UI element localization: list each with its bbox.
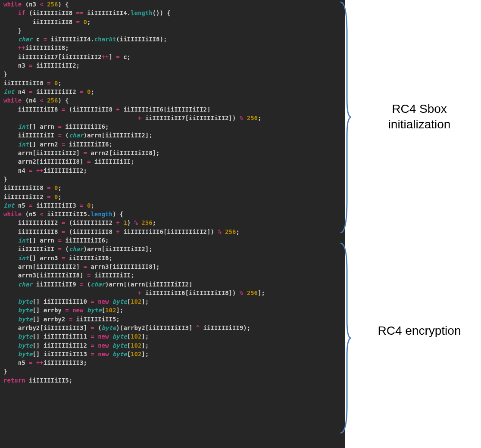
- code-token-id: [3, 333, 18, 340]
- code-token-id: iiIIIIIiII: [3, 132, 58, 139]
- code-line: int[] arrn2 = iiIIIIIiII6;: [3, 140, 340, 149]
- code-line: iiIIIIIiII7[iiIIIIIiII2++] = c;: [3, 53, 340, 61]
- code-token-type: byte: [102, 324, 116, 331]
- code-token-kw: while: [3, 1, 22, 8]
- code-token-id: [109, 333, 112, 340]
- code-token-id: iiIIIIIiII7[iiIIIIIiII2]): [141, 115, 240, 121]
- code-token-id: iiIIIIIiII8: [3, 19, 76, 25]
- code-line: iiIIIIIiII2 = (iiIIIIIiII2 + 1) % 256;: [3, 218, 340, 227]
- code-line: iiIIIIIiII = (char)arrn[iiIIIIIiII2];: [3, 245, 340, 253]
- code-token-id: iiIIIIIiII5.: [44, 211, 91, 218]
- code-token-num: 102: [131, 333, 141, 340]
- code-token-type: byte: [18, 342, 33, 349]
- code-token-num: 256: [225, 228, 236, 235]
- code-line: iiIIIIIiII8 = (iiIIIIIiII8 + iiIIIIIiII6…: [3, 227, 340, 236]
- code-token-id: iiIIIIIiII8;: [25, 44, 69, 51]
- code-token-id: [3, 9, 18, 16]
- code-line: byte[] iiIIIIIiII13 = new byte[102];: [3, 350, 340, 358]
- code-token-id: arrn2[iiIIIIIiII8]: [3, 158, 87, 165]
- code-token-type: int: [18, 141, 29, 148]
- code-token-op: %: [218, 228, 221, 235]
- code-token-id: [94, 342, 98, 349]
- code-token-id: [3, 255, 18, 261]
- code-token-id: iiIIIIIiII4.: [47, 36, 94, 43]
- code-token-id: ];: [141, 333, 149, 340]
- code-token-op: =: [91, 351, 94, 358]
- code-token-op: =: [47, 193, 50, 200]
- code-token-id: n3: [3, 62, 29, 69]
- code-line: iiIIIIIiII8 = (iiIIIIIiII8 + iiIIIIIiII6…: [3, 105, 340, 114]
- code-token-id: iiIIIIIiII2: [32, 88, 80, 95]
- code-token-id: [] arrby2: [32, 316, 69, 323]
- code-line: iiIIIIIiII8 = 0;: [3, 184, 340, 192]
- code-token-type: byte: [18, 351, 33, 358]
- code-token-id: [: [127, 351, 131, 358]
- code-line: byte[] arrby = new byte[102];: [3, 306, 340, 314]
- code-token-id: [243, 289, 247, 296]
- code-token-op: =: [58, 246, 61, 252]
- code-token-type: char: [18, 36, 33, 43]
- code-token-id: iiIIIIIiII;: [91, 272, 134, 279]
- code-token-id: ;: [236, 228, 240, 235]
- code-token-num: 256: [141, 219, 152, 226]
- code-token-op: =: [76, 19, 80, 25]
- code-token-id: [3, 281, 18, 288]
- code-token-num: 102: [131, 298, 141, 305]
- code-token-id: [3, 36, 18, 43]
- code-token-id: ;: [58, 193, 61, 200]
- code-line: arrby2[iiIIIIIiII3] = (byte)(arrby2[iiII…: [3, 324, 340, 332]
- code-token-op: =: [58, 123, 61, 130]
- code-token-op: =: [91, 333, 94, 340]
- code-token-id: arrn2[iiIIIIIiII8];: [87, 149, 160, 156]
- code-token-id: iiIIIIIiII6;: [65, 255, 112, 261]
- code-token-op: +: [116, 106, 119, 113]
- code-token-id: ;: [153, 219, 156, 226]
- code-token-id: c: [32, 36, 43, 43]
- code-line: iiIIIIIiII = (char)arrn[iiIIIIIiII2];: [3, 131, 340, 140]
- code-token-op: =: [47, 184, 50, 191]
- code-token-op: =: [91, 324, 94, 331]
- code-token-type: int: [3, 88, 14, 95]
- code-token-id: [3, 289, 138, 296]
- code-token-id: [3, 316, 18, 323]
- code-token-id: )arrn[iiIIIIIiII2];: [83, 132, 152, 139]
- code-token-id: [] arrn3: [29, 255, 62, 261]
- code-token-id: iiIIIIIiII6;: [62, 237, 109, 244]
- code-token-num: 102: [131, 342, 141, 349]
- code-token-id: (n5: [22, 211, 40, 218]
- code-token-id: iiIIIIIiII9);: [200, 324, 250, 331]
- code-token-id: arrby2[iiIIIIIiII3]: [3, 324, 91, 331]
- code-token-id: [83, 88, 87, 95]
- code-token-id: [94, 351, 98, 358]
- code-token-op: =: [65, 307, 69, 314]
- code-token-id: ];: [141, 342, 149, 349]
- code-token-id: ];: [141, 351, 149, 358]
- code-token-type: char: [69, 246, 84, 252]
- code-token-id: (iiIIIIIiII8: [65, 228, 116, 235]
- code-token-id: [222, 228, 225, 235]
- code-token-type: int: [3, 202, 14, 209]
- code-token-id: (n3: [22, 1, 40, 8]
- code-token-id: )arrn[iiIIIIIiII2];: [83, 246, 152, 252]
- code-line: int[] arrn = iiIIIIIiII6;: [3, 122, 340, 131]
- code-token-id: iiIIIIIiII;: [91, 158, 134, 165]
- code-token-id: [] iiIIIIIiII13: [32, 351, 91, 358]
- code-token-id: [51, 193, 54, 200]
- code-token-id: [51, 184, 54, 191]
- code-line: arrn[iiIIIIIiII2] = arrn3[iiIIIIIiII8];: [3, 262, 340, 271]
- code-token-id: n4: [3, 167, 29, 174]
- code-token-id: iiIIIIIiII9: [32, 281, 80, 288]
- code-token-id: n5: [14, 202, 29, 209]
- code-token-num: 256: [247, 115, 258, 121]
- brace-icon: [338, 241, 351, 435]
- code-token-id: [3, 298, 18, 305]
- code-token-id: )(arrby2[iiIIIIIiII3]: [116, 324, 196, 331]
- code-token-id: [32, 359, 36, 366]
- code-token-id: n5: [3, 359, 29, 366]
- code-token-id: ];: [116, 307, 123, 314]
- code-token-type: byte: [112, 342, 127, 349]
- code-token-call: length: [131, 9, 153, 16]
- code-line: while (n5 < iiIIIIIiII5.length) {: [3, 210, 340, 218]
- code-token-id: [94, 333, 98, 340]
- code-token-op: =: [47, 80, 50, 87]
